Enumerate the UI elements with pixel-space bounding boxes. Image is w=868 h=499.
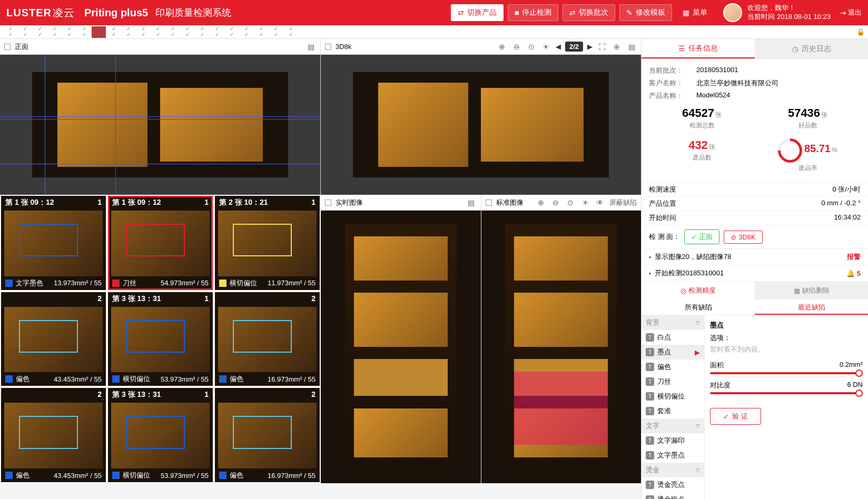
sheet-cell[interactable]: ✓✓ xyxy=(224,26,239,38)
minitab-recent[interactable]: 最近缺陷 xyxy=(755,300,868,315)
log-row: ▪显示图像20，缺陷图像78报警 xyxy=(642,249,868,265)
defect-type-item[interactable]: T文字墨点 xyxy=(642,448,704,463)
hide-defect-label[interactable]: 屏蔽缺陷 xyxy=(609,198,637,207)
grid-icon: ▦ xyxy=(683,8,689,17)
menu-button[interactable]: ▦菜单 xyxy=(676,5,714,21)
stop-detect-button[interactable]: ■停止检测 xyxy=(508,4,558,21)
zoom-out-icon[interactable]: ⊖ xyxy=(511,42,522,52)
tab-history-log[interactable]: ◷历史日志 xyxy=(755,39,868,58)
stat-total: 64527张检测总数 xyxy=(649,106,755,130)
zoom-in-icon[interactable]: ⊕ xyxy=(536,197,546,208)
sheet-cell[interactable]: ✓✓ xyxy=(269,26,283,38)
brightness-icon[interactable]: ☀ xyxy=(541,42,551,52)
brightness-icon[interactable]: ☀ xyxy=(580,197,590,208)
sheet-cell[interactable]: ✓✓ xyxy=(254,26,268,38)
stat-waste-rate: 85.71% 废品率 xyxy=(755,138,861,173)
verify-button[interactable]: ✓验 证 xyxy=(710,408,761,425)
list-icon: ☰ xyxy=(678,44,685,53)
sheet-cell[interactable]: ✓✓ xyxy=(106,26,121,38)
minitab-all[interactable]: 所有缺陷 xyxy=(642,300,755,315)
sheet-cell[interactable]: ✓✓ xyxy=(92,26,106,38)
face-front-button[interactable]: ✓正面 xyxy=(684,229,719,244)
front-preview-canvas[interactable] xyxy=(0,55,320,195)
target-icon: ◎ xyxy=(680,287,686,295)
defect-cell[interactable]: 第 3 张 13：311 横切偏位53.973mm² / 55 xyxy=(108,388,213,482)
template-icon: ✎ xyxy=(626,8,633,17)
swap-icon: ⇄ xyxy=(458,8,464,17)
subtab-delete[interactable]: ▦缺陷删除 xyxy=(755,282,868,300)
zoom-out-icon[interactable]: ⊖ xyxy=(550,197,561,208)
layout-icon[interactable]: ▤ xyxy=(466,197,477,208)
3d8k-title: 3D8k xyxy=(336,43,351,51)
log-row: ▪开始检测20185310001🔔 5 xyxy=(642,265,868,282)
sheet-cell[interactable]: ✓✓ xyxy=(3,26,17,38)
defect-cell[interactable]: 2 偏色43.453mm² / 55 xyxy=(1,292,106,386)
defect-cell[interactable]: 第 3 张 13：311 横切偏位53.973mm² / 55 xyxy=(108,292,213,386)
switch-product-button[interactable]: ⇄切换产品 xyxy=(451,4,504,21)
defect-cell[interactable]: 2 偏色16.973mm² / 55 xyxy=(215,292,320,386)
defect-cell[interactable]: 第 1 张 09：121 刀丝54.973mm² / 55 xyxy=(108,196,213,290)
brand-logo: LUSTER凌云 xyxy=(6,6,75,20)
sheet-cell[interactable]: ✓✓ xyxy=(165,26,180,38)
defect-type-item[interactable]: T套准 xyxy=(642,404,704,418)
defect-type-item[interactable]: T刀丝 xyxy=(642,374,704,389)
sheet-cell[interactable]: ✓✓ xyxy=(77,26,91,38)
prev-page-button[interactable]: ◀ xyxy=(556,43,561,51)
sheet-cell[interactable]: ✓✓ xyxy=(121,26,135,38)
eye-off-icon[interactable]: 👁 xyxy=(595,197,605,208)
tab-task-info[interactable]: ☰任务信息 xyxy=(642,39,755,58)
area-slider[interactable] xyxy=(710,372,863,374)
sheet-cell[interactable]: ✓✓ xyxy=(18,26,32,38)
contrast-slider[interactable] xyxy=(710,392,863,394)
next-page-button[interactable]: ▶ xyxy=(587,43,593,51)
standard-pane: 标准图像 ⊕ ⊖ ⊙ ☀ 👁 屏蔽缺陷 xyxy=(481,195,642,483)
zoom-reset-icon[interactable]: ⊙ xyxy=(526,42,537,52)
sheet-cell[interactable]: ✓✓ xyxy=(151,26,165,38)
sheet-cell[interactable]: ✓✓ xyxy=(239,26,253,38)
sheet-cell[interactable]: ✓✓ xyxy=(62,26,76,38)
zoom-in-icon[interactable]: ⊕ xyxy=(497,42,507,52)
face-3d8k-button[interactable]: ⊘3D8K xyxy=(724,231,763,244)
lock-icon[interactable]: 🔒 xyxy=(856,28,865,36)
layout-icon[interactable]: ▤ xyxy=(626,42,637,52)
3d8k-preview-canvas[interactable] xyxy=(321,55,641,195)
sheet-cell[interactable]: ✓✓ xyxy=(283,26,298,38)
layout-icon[interactable]: ▤ xyxy=(305,42,316,52)
sheet-cell[interactable]: ✓✓ xyxy=(33,26,47,38)
zoom-reset-icon[interactable]: ⊙ xyxy=(565,197,576,208)
switch-batch-button[interactable]: ⇄切换批次 xyxy=(563,4,615,21)
defect-type-item[interactable]: T文字漏印 xyxy=(642,433,704,448)
modify-template-button[interactable]: ✎修改模板 xyxy=(619,4,672,21)
sheet-cell[interactable]: ✓✓ xyxy=(210,26,224,38)
sheet-cell[interactable]: ✓✓ xyxy=(47,26,62,38)
sheet-cell[interactable]: ✓✓ xyxy=(195,26,209,38)
defect-group-header[interactable]: 背景▽ xyxy=(642,315,704,330)
fullscreen-icon[interactable]: ⛶ xyxy=(597,42,607,52)
donut-icon xyxy=(773,133,807,167)
link-icon: ⊘ xyxy=(731,233,736,241)
defect-group-header[interactable]: 文字▽ xyxy=(642,418,704,433)
defect-cell[interactable]: 第 2 张 10：211 横切偏位11.973mm² / 55 xyxy=(215,196,320,290)
front-title: 正面 xyxy=(15,42,28,52)
trash-icon: ▦ xyxy=(794,287,800,295)
defect-cell[interactable]: 第 1 张 09：121 文字墨色13.973mm² / 55 xyxy=(1,196,106,290)
defect-cell[interactable]: 2 偏色43.453mm² / 55 xyxy=(1,388,106,482)
locate-icon[interactable]: ⊕ xyxy=(611,42,622,52)
defect-type-item[interactable]: T偏色 xyxy=(642,360,704,374)
defect-type-item[interactable]: T墨点▶ xyxy=(642,345,704,360)
defect-cell[interactable]: 2 偏色16.973mm² / 55 xyxy=(215,388,320,482)
defect-type-item[interactable]: T横切偏位 xyxy=(642,389,704,404)
user-avatar[interactable] xyxy=(723,3,742,22)
defect-type-item[interactable]: T烫金亮点 xyxy=(642,477,704,492)
subtab-precision[interactable]: ◎检测精度 xyxy=(642,282,755,300)
defect-type-item[interactable]: T烫金暗点 xyxy=(642,492,704,499)
logout-button[interactable]: ⇥退出 xyxy=(840,8,862,17)
defect-type-item[interactable]: T白点 xyxy=(642,330,704,345)
sheet-cell[interactable]: ✓✓ xyxy=(136,26,150,38)
window-icon xyxy=(325,44,331,50)
3d8k-preview-pane: 3D8k ⊕ ⊖ ⊙ ☀ ◀ 2/2 ▶ ⛶ ⊕ ▤ xyxy=(321,39,641,195)
defect-group-header[interactable]: 烫金▽ xyxy=(642,463,704,477)
standard-canvas[interactable] xyxy=(481,211,642,483)
sheet-cell[interactable]: ✓✓ xyxy=(180,26,194,38)
realtime-canvas[interactable] xyxy=(321,211,481,483)
